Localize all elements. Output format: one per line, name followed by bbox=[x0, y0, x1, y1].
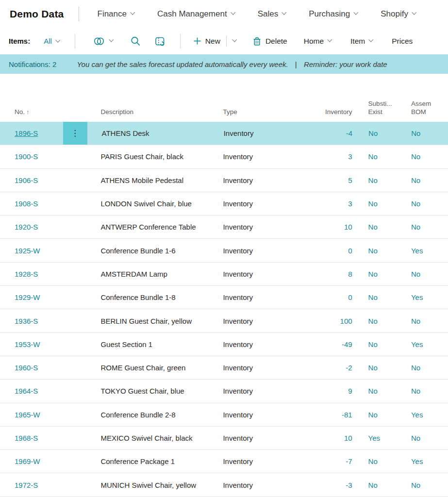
page-title: Items: bbox=[9, 37, 30, 45]
item-type-cell: Inventory bbox=[223, 247, 292, 255]
item-no-link[interactable]: 1969-W bbox=[15, 457, 40, 465]
item-no-link[interactable]: 1964-S bbox=[15, 387, 38, 395]
toolbar-menu-item[interactable]: Item bbox=[350, 37, 372, 46]
item-inventory-cell: 5 bbox=[292, 176, 352, 184]
substitutions-exist-cell: No bbox=[368, 152, 403, 161]
item-no-link[interactable]: 1908-S bbox=[15, 199, 38, 208]
table-row[interactable]: 1936-SBERLIN Guest Chair, yellowInventor… bbox=[0, 309, 448, 332]
item-no-cell: 1928-S bbox=[0, 270, 63, 278]
toolbar-menu-label: Item bbox=[350, 37, 365, 46]
chevron-down-icon bbox=[130, 10, 135, 15]
table-row[interactable]: 1953-WGuest Section 1Inventory-49NoYes bbox=[0, 333, 448, 356]
column-header-assembly-bom[interactable]: Assem BOM bbox=[411, 99, 448, 116]
table-row[interactable]: 1896-S⋮ATHENS DeskInventory-4NoNo bbox=[0, 122, 448, 145]
table-row[interactable]: 1960-SROME Guest Chair, greenInventory-2… bbox=[0, 356, 448, 380]
copilot-button[interactable] bbox=[93, 36, 113, 47]
item-type-cell: Inventory bbox=[223, 270, 292, 278]
item-description-cell: LONDON Swivel Chair, blue bbox=[86, 199, 223, 208]
nav-item-finance[interactable]: Finance bbox=[98, 9, 134, 19]
item-no-link[interactable]: 1906-S bbox=[15, 176, 38, 184]
item-description-cell: ANTWERP Conference Table bbox=[86, 223, 223, 231]
item-inventory-cell: 3 bbox=[292, 199, 352, 208]
column-header-description[interactable]: Description bbox=[86, 108, 223, 116]
table-row[interactable]: 1968-SMEXICO Swivel Chair, blackInventor… bbox=[0, 427, 448, 450]
item-no-link[interactable]: 1936-S bbox=[15, 317, 38, 325]
item-no-link[interactable]: 1928-S bbox=[15, 270, 38, 278]
row-menu-cell bbox=[63, 333, 86, 356]
delete-button[interactable]: Delete bbox=[252, 36, 287, 46]
column-header-substitutions-exist[interactable]: Substi... Exist bbox=[368, 99, 403, 116]
table-row[interactable]: 1906-SATHENS Mobile PedestalInventory5No… bbox=[0, 169, 448, 192]
item-no-link[interactable]: 1953-W bbox=[15, 340, 40, 348]
item-no-cell: 1896-S bbox=[0, 129, 63, 137]
item-inventory-cell: -7 bbox=[292, 457, 352, 465]
item-no-link[interactable]: 1920-S bbox=[15, 223, 38, 231]
nav-item-shopify[interactable]: Shopify bbox=[381, 9, 415, 19]
item-no-link[interactable]: 1972-S bbox=[15, 481, 38, 489]
table-row[interactable]: 1972-SMUNICH Swivel Chair, yellowInvento… bbox=[0, 473, 448, 497]
grid-header-row: No.↑ Description Type Inventory Substi..… bbox=[0, 74, 448, 122]
new-button[interactable]: New bbox=[193, 37, 220, 46]
company-name[interactable]: Demo Data bbox=[10, 8, 64, 20]
table-row[interactable]: 1969-WConference Package 1Inventory-7NoY… bbox=[0, 450, 448, 473]
item-no-link[interactable]: 1965-W bbox=[15, 411, 40, 419]
item-no-cell: 1965-W bbox=[0, 411, 63, 419]
top-navigation-bar: Demo Data FinanceCash ManagementSalesPur… bbox=[0, 0, 448, 28]
table-row[interactable]: 1964-STOKYO Guest Chair, blueInventory9N… bbox=[0, 380, 448, 403]
table-row[interactable]: 1900-SPARIS Guest Chair, blackInventory3… bbox=[0, 145, 448, 168]
new-split-dropdown[interactable] bbox=[232, 38, 236, 44]
toolbar-menu-prices[interactable]: Prices bbox=[392, 37, 413, 46]
chevron-down-icon bbox=[231, 10, 235, 15]
table-row[interactable]: 1920-SANTWERP Conference TableInventory1… bbox=[0, 215, 448, 239]
item-no-link[interactable]: 1960-S bbox=[15, 364, 38, 372]
notifications-count-link[interactable]: Notifications: 2 bbox=[9, 60, 56, 68]
nav-item-purchasing[interactable]: Purchasing bbox=[309, 9, 357, 19]
toolbar-menu-home[interactable]: Home bbox=[304, 37, 331, 46]
assembly-bom-cell: Yes bbox=[411, 247, 448, 255]
assembly-bom-cell: No bbox=[411, 481, 448, 489]
item-type-cell: Inventory bbox=[223, 340, 292, 348]
item-no-link[interactable]: 1896-S bbox=[15, 129, 38, 137]
row-menu-cell bbox=[63, 239, 86, 262]
item-no-link[interactable]: 1900-S bbox=[15, 152, 38, 161]
item-no-link[interactable]: 1925-W bbox=[15, 247, 40, 255]
table-row[interactable]: 1928-SAMSTERDAM LampInventory8NoNo bbox=[0, 263, 448, 286]
substitutions-exist-cell: No bbox=[368, 223, 403, 231]
search-button[interactable] bbox=[130, 36, 141, 47]
item-description-cell: PARIS Guest Chair, black bbox=[86, 152, 223, 161]
substitutions-exist-cell: No bbox=[368, 199, 403, 208]
copilot-icon bbox=[93, 36, 105, 47]
item-description-cell: MEXICO Swivel Chair, black bbox=[86, 434, 223, 442]
item-type-cell: Inventory bbox=[223, 411, 292, 419]
row-context-menu-button[interactable]: ⋮ bbox=[63, 122, 87, 145]
item-no-link[interactable]: 1968-S bbox=[15, 434, 38, 442]
chevron-down-icon bbox=[412, 10, 416, 15]
item-description-cell: Conference Bundle 1-8 bbox=[86, 293, 223, 301]
nav-item-cash-management[interactable]: Cash Management bbox=[157, 9, 234, 19]
nav-divider bbox=[79, 7, 79, 21]
item-type-cell: Inventory bbox=[223, 293, 292, 301]
item-no-cell: 1908-S bbox=[0, 199, 63, 208]
table-row[interactable]: 1925-WConference Bundle 1-6Inventory0NoY… bbox=[0, 239, 448, 262]
substitutions-exist-cell: No bbox=[368, 176, 403, 184]
column-header-type[interactable]: Type bbox=[223, 108, 292, 116]
notification-message-2: Reminder: your work date bbox=[304, 60, 387, 68]
table-row[interactable]: 1965-WConference Bundle 2-8Inventory-81N… bbox=[0, 403, 448, 427]
column-header-no[interactable]: No.↑ bbox=[0, 108, 63, 116]
item-no-cell: 1964-S bbox=[0, 387, 63, 395]
notification-message: You can get the sales forecast updated a… bbox=[77, 60, 387, 68]
nav-item-sales[interactable]: Sales bbox=[258, 9, 286, 19]
view-filter-dropdown[interactable]: All bbox=[44, 37, 59, 45]
substitutions-exist-cell: No bbox=[368, 129, 403, 137]
table-row[interactable]: 1908-SLONDON Swivel Chair, blueInventory… bbox=[0, 192, 448, 215]
item-no-cell: 1929-W bbox=[0, 293, 63, 301]
item-no-link[interactable]: 1929-W bbox=[15, 293, 40, 301]
sort-ascending-icon: ↑ bbox=[26, 108, 30, 116]
assembly-bom-cell: No bbox=[411, 223, 448, 231]
item-no-cell: 1906-S bbox=[0, 176, 63, 184]
analyze-icon bbox=[154, 36, 166, 47]
nav-item-label: Finance bbox=[98, 9, 127, 19]
analyze-button[interactable] bbox=[154, 36, 166, 47]
table-row[interactable]: 1929-WConference Bundle 1-8Inventory0NoY… bbox=[0, 286, 448, 309]
column-header-inventory[interactable]: Inventory bbox=[292, 108, 352, 116]
